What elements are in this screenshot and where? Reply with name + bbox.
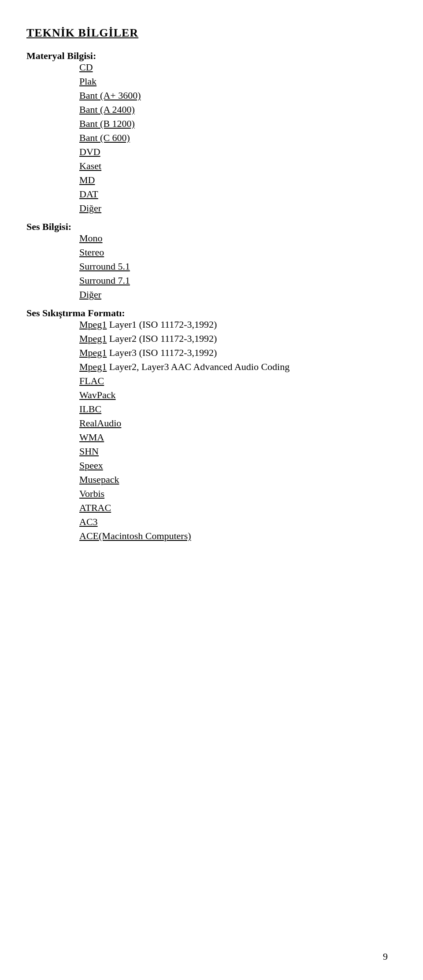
materyal-bilgisi-heading: Materyal Bilgisi: [26,50,96,61]
vorbis-label: Vorbis [79,488,104,499]
list-item: Vorbis [79,488,388,499]
wma-label: WMA [79,432,104,443]
ac3-label: AC3 [79,516,98,527]
page-title: TEKNİK BİLGİLER [26,26,388,40]
ace-label: ACE(Macintosh Computers) [79,530,191,541]
mpeg1-label: Mpeg1 [79,333,107,344]
page-number: 9 [383,951,388,962]
mpeg1-label: Mpeg1 [79,361,107,372]
list-item: Mpeg1 Layer2 (ISO 11172-3,1992) [79,333,388,344]
list-item: Plak [79,76,388,87]
shn-label: SHN [79,446,99,457]
list-item: Bant (B 1200) [79,118,388,129]
list-item: Kaset [79,160,388,172]
list-item: Mpeg1 Layer3 (ISO 11172-3,1992) [79,347,388,359]
list-item: MD [79,174,388,186]
list-item: Surround 7.1 [79,275,388,286]
musepack-label: Musepack [79,474,119,485]
list-item: CD [79,62,388,73]
list-item: ILBC [79,403,388,415]
ses-bilgisi-section: Ses Bilgisi: Mono Stereo Surround 5.1 Su… [26,221,388,300]
list-item: Musepack [79,474,388,485]
list-item: WavPack [79,389,388,401]
list-item: Stereo [79,247,388,258]
list-item: WMA [79,432,388,443]
ses-sikistirma-heading: Ses Sıkıştırma Formatı: [26,307,125,318]
list-item: FLAC [79,375,388,387]
mpeg1-label: Mpeg1 [79,319,107,330]
list-item: DVD [79,146,388,158]
list-item: Surround 5.1 [79,261,388,272]
list-item: SHN [79,446,388,457]
list-item: Bant (A+ 3600) [79,90,388,101]
mpeg1-label: Mpeg1 [79,347,107,358]
list-item: DAT [79,189,388,200]
list-item: Diğer [79,203,388,214]
ses-sikistirma-section: Ses Sıkıştırma Formatı: Mpeg1 Layer1 (IS… [26,307,388,542]
realaudio-label: RealAudio [79,418,121,429]
list-item: Mpeg1 Layer1 (ISO 11172-3,1992) [79,319,388,330]
list-item: ACE(Macintosh Computers) [79,530,388,542]
wavpack-label: WavPack [79,389,116,400]
list-item: ATRAC [79,502,388,514]
list-item: Mpeg1 Layer2, Layer3 AAC Advanced Audio … [79,361,388,373]
speex-label: Speex [79,460,103,471]
list-item: Bant (C 600) [79,132,388,144]
list-item: Bant (A 2400) [79,104,388,115]
ses-bilgisi-list: Mono Stereo Surround 5.1 Surround 7.1 Di… [79,233,388,300]
list-item: RealAudio [79,418,388,429]
list-item: Diğer [79,289,388,300]
atrac-label: ATRAC [79,502,111,513]
list-item: AC3 [79,516,388,528]
ses-bilgisi-heading: Ses Bilgisi: [26,221,71,232]
list-item: Speex [79,460,388,471]
flac-label: FLAC [79,375,104,386]
materyal-bilgisi-section: Materyal Bilgisi: CD Plak Bant (A+ 3600)… [26,50,388,214]
list-item: Mono [79,233,388,244]
ilbc-label: ILBC [79,403,101,414]
ses-sikistirma-list: Mpeg1 Layer1 (ISO 11172-3,1992) Mpeg1 La… [79,319,388,542]
materyal-list: CD Plak Bant (A+ 3600) Bant (A 2400) Ban… [79,62,388,214]
